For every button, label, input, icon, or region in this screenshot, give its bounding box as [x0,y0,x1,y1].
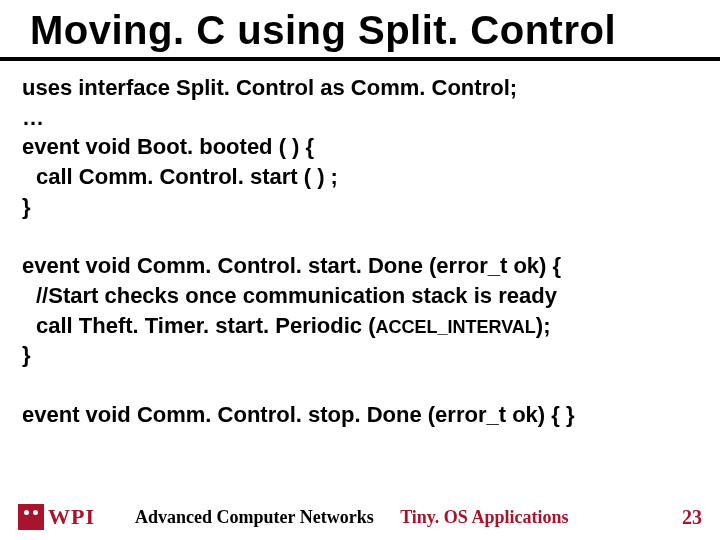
code-line: call Comm. Control. start ( ) ; [22,162,698,192]
footer-text: Advanced Computer Networks Tiny. OS Appl… [135,507,652,528]
code-line: event void Boot. booted ( ) { [22,132,698,162]
code-line: } [22,340,698,370]
code-line: call Theft. Timer. start. Periodic (ACCE… [22,311,698,341]
course-name: Advanced Computer Networks [135,507,374,527]
title-bar: Moving. C using Split. Control [0,0,720,61]
code-line: uses interface Split. Control as Comm. C… [22,73,698,103]
logo-icon [18,504,44,530]
code-line: } [22,192,698,222]
code-fragment: call Theft. Timer. start. Periodic ( [36,313,375,338]
slide-title: Moving. C using Split. Control [30,8,700,53]
code-fragment: ); [536,313,551,338]
code-line: … [22,103,698,133]
code-line: //Start checks once communication stack … [22,281,698,311]
slide-body: uses interface Split. Control as Comm. C… [0,61,720,429]
code-fragment: ACCEL_INTERVAL [375,317,535,337]
slide-footer: WPI Advanced Computer Networks Tiny. OS … [0,504,720,530]
page-number: 23 [682,506,702,529]
blank-line [22,221,698,251]
logo-text: WPI [48,504,95,530]
wpi-logo: WPI [18,504,95,530]
code-line: event void Comm. Control. start. Done (e… [22,251,698,281]
blank-line [22,370,698,400]
code-line: event void Comm. Control. stop. Done (er… [22,400,698,430]
topic-name: Tiny. OS Applications [400,507,568,527]
